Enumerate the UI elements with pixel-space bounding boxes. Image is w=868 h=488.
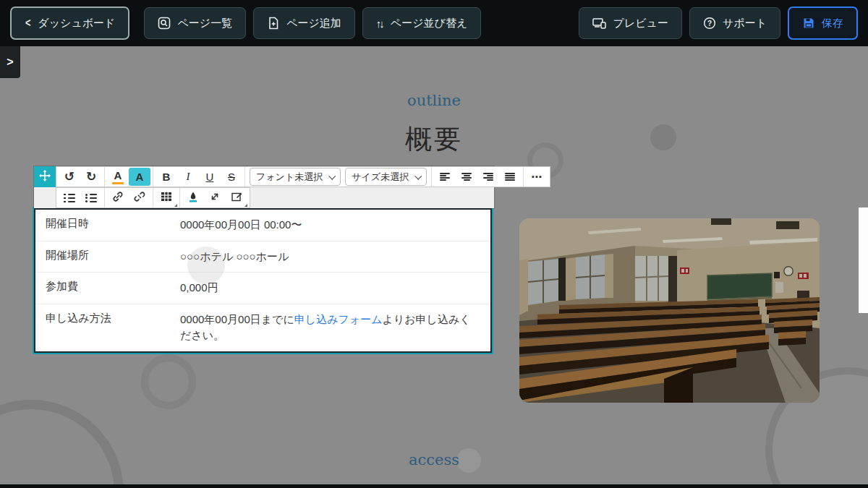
font-select-value: フォント未選択 (256, 171, 323, 184)
dropdown-caret-icon (244, 204, 247, 207)
table-cell-label[interactable]: 参加費 (35, 273, 180, 301)
highlight-color-button[interactable]: A (129, 168, 150, 186)
page-sort-button[interactable]: ↑↓ ページ並び替え (362, 7, 481, 39)
sort-arrows-icon: ↑↓ (376, 17, 383, 30)
link-button[interactable] (107, 189, 129, 207)
fill-color-button[interactable] (182, 189, 204, 207)
bold-button[interactable]: B (156, 168, 177, 186)
italic-button[interactable]: I (177, 168, 199, 186)
drag-handle-button[interactable] (34, 166, 56, 187)
dropdown-caret-icon (174, 204, 177, 207)
classroom-photo[interactable] (519, 218, 820, 403)
align-right-icon (483, 173, 493, 181)
save-floppy-icon (802, 17, 815, 30)
decorative-ring (0, 400, 124, 488)
toolbar-row-2 (56, 187, 250, 208)
expand-icon (209, 191, 221, 205)
table-icon (161, 192, 172, 204)
ordered-list-icon (64, 194, 75, 202)
toolbar-row-1: ↺ ↻ A A B I U S フォント未選択 (56, 166, 550, 187)
dashboard-label: ダッシュボード (38, 17, 115, 30)
highlight-glyph: A (136, 171, 144, 183)
align-center-icon (461, 173, 472, 181)
sidebar-expand-toggle[interactable]: > (0, 46, 20, 78)
table-cell-value[interactable]: 0000年00月00日までに申し込みフォームよりお申し込みください。 (180, 304, 490, 351)
page-list-button[interactable]: ページ一覧 (144, 7, 246, 39)
link-icon (112, 191, 124, 205)
edit-source-button[interactable] (226, 189, 247, 207)
table-cell-label[interactable]: 申し込み方法 (35, 304, 180, 333)
text-color-button[interactable]: A (107, 168, 129, 186)
preview-label: プレビュー (613, 17, 668, 30)
page-sort-label: ページ並び替え (391, 17, 467, 30)
dashboard-button[interactable]: < ダッシュボード (10, 7, 129, 40)
devices-preview-icon (592, 17, 607, 30)
size-select-value: サイズ未選択 (352, 171, 409, 184)
table-row: 開催日時 0000年00月00日 00:00〜 (35, 210, 490, 241)
chevron-left-icon: < (25, 17, 30, 30)
svg-text:?: ? (707, 20, 712, 27)
table-cell-value[interactable]: 0000年00月00日 00:00〜 (180, 210, 490, 241)
section-subtitle-access[interactable]: access (0, 451, 868, 468)
fullscreen-button[interactable] (204, 189, 226, 207)
move-icon (39, 170, 51, 184)
right-edge-panel (859, 207, 868, 313)
unlink-button[interactable] (129, 189, 150, 207)
align-left-icon (440, 173, 450, 181)
save-label: 保存 (822, 17, 843, 30)
bottom-border (0, 484, 868, 488)
unordered-list-icon (85, 194, 97, 202)
chevron-down-icon (328, 173, 336, 180)
table-row: 申し込み方法 0000年00月00日までに申し込みフォームよりお申し込みください… (35, 304, 490, 351)
value-prefix: 0000年00月00日までに (180, 313, 294, 325)
save-button[interactable]: 保存 (788, 7, 858, 40)
underline-button[interactable]: U (199, 168, 221, 186)
rich-text-toolbar: ↺ ↻ A A B I U S フォント未選択 (34, 166, 494, 208)
table-cell-label[interactable]: 開催場所 (35, 241, 180, 270)
font-select[interactable]: フォント未選択 (250, 168, 341, 186)
strikethrough-button[interactable]: S (221, 168, 242, 186)
help-circle-icon: ? (703, 17, 716, 30)
page-add-icon (267, 17, 280, 30)
more-options-button[interactable]: ⋯ (526, 168, 548, 186)
table-cell-value[interactable]: ○○○ホテル ○○○ホール (180, 241, 490, 273)
unordered-list-button[interactable] (80, 189, 102, 207)
support-button[interactable]: ? サポート (689, 7, 780, 39)
section-subtitle-outline[interactable]: outline (0, 92, 868, 109)
table-cell-label[interactable]: 開催日時 (35, 210, 180, 238)
table-row: 開催場所 ○○○ホテル ○○○ホール (35, 241, 490, 273)
align-left-button[interactable] (434, 168, 456, 186)
decorative-ring (141, 354, 196, 409)
undo-button[interactable]: ↺ (59, 168, 80, 186)
text-color-glyph: A (114, 169, 122, 181)
unlink-icon (134, 191, 145, 205)
preview-button[interactable]: プレビュー (579, 7, 682, 39)
align-right-button[interactable] (477, 168, 499, 186)
table-cell-value[interactable]: 0,000円 (180, 273, 490, 304)
edit-box-icon (231, 191, 243, 205)
support-label: サポート (723, 17, 767, 30)
chevron-down-icon (414, 173, 422, 180)
redo-button[interactable]: ↻ (80, 168, 102, 186)
paint-drop-icon (187, 191, 199, 205)
page-list-label: ページ一覧 (177, 17, 232, 30)
align-center-button[interactable] (456, 168, 477, 186)
top-toolbar: < ダッシュボード ページ一覧 ページ追加 ↑↓ ページ並び替え プレビュー ?… (0, 0, 868, 46)
page-search-icon (158, 17, 171, 30)
page-add-button[interactable]: ページ追加 (253, 7, 355, 39)
table-row: 参加費 0,000円 (35, 273, 490, 304)
section-title[interactable]: 概要 (0, 121, 868, 158)
chevron-right-icon: > (7, 56, 13, 69)
justify-button[interactable] (499, 168, 521, 186)
table-button[interactable] (156, 189, 177, 207)
justify-icon (505, 173, 515, 181)
page-add-label: ページ追加 (286, 17, 341, 30)
text-color-swatch (112, 182, 124, 184)
ordered-list-button[interactable] (59, 189, 80, 207)
event-info-table[interactable]: 開催日時 0000年00月00日 00:00〜 開催場所 ○○○ホテル ○○○ホ… (34, 208, 492, 353)
size-select[interactable]: サイズ未選択 (345, 168, 427, 186)
application-form-link[interactable]: 申し込みフォーム (294, 313, 383, 325)
